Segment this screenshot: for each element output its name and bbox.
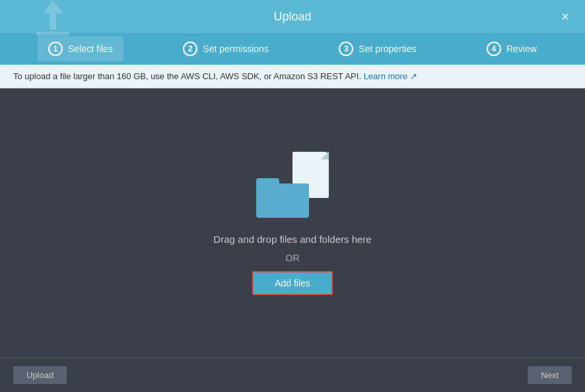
info-text: To upload a file larger than 160 GB, use…: [13, 71, 361, 81]
learn-more-label: Learn more: [364, 71, 407, 81]
external-link-icon: ↗: [410, 71, 417, 81]
steps-bar: 1 Select files 2 Set permissions 3 Set p…: [0, 33, 585, 65]
info-bar: To upload a file larger than 160 GB, use…: [0, 65, 585, 88]
step-1-number: 1: [48, 42, 63, 56]
drag-drop-text: Drag and drop files and folders here: [213, 234, 371, 245]
step-4-number: 4: [487, 42, 501, 56]
add-files-button[interactable]: Add files: [252, 271, 333, 295]
step-set-properties[interactable]: 3 Set properties: [328, 36, 427, 61]
step-3-label: Set properties: [359, 44, 416, 54]
svg-rect-0: [36, 32, 69, 36]
step-set-permissions[interactable]: 2 Set permissions: [172, 36, 279, 61]
step-review[interactable]: 4 Review: [476, 36, 547, 61]
upload-bg-icon: [26, 0, 79, 42]
modal-header: Upload ×: [0, 0, 585, 33]
step-3-number: 3: [339, 42, 353, 56]
or-text: OR: [286, 253, 300, 263]
drag-drop-icon: [256, 152, 329, 218]
main-content: Drag and drop files and folders here OR …: [0, 88, 585, 358]
modal-footer: Upload Next: [0, 358, 585, 392]
step-2-label: Set permissions: [203, 44, 269, 54]
close-button[interactable]: ×: [556, 7, 574, 26]
file-corner: [321, 152, 329, 160]
modal-title: Upload: [273, 10, 311, 24]
step-4-label: Review: [506, 44, 537, 54]
next-button[interactable]: Next: [528, 366, 572, 384]
step-1-label: Select files: [68, 44, 113, 54]
folder-body: [256, 183, 309, 218]
upload-button[interactable]: Upload: [13, 366, 67, 384]
upload-modal: Upload × 1 Select files 2 Set permission…: [0, 0, 585, 392]
step-2-number: 2: [183, 42, 197, 56]
learn-more-link[interactable]: Learn more ↗: [364, 71, 417, 81]
